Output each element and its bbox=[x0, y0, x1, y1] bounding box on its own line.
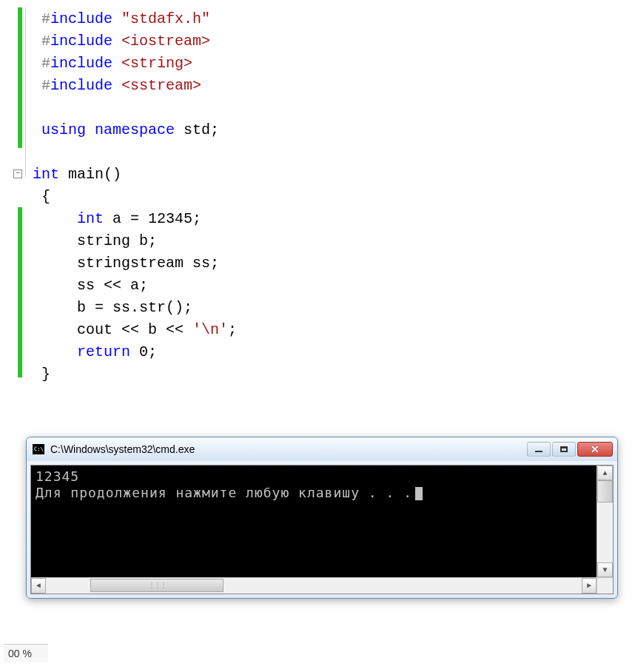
fold-toggle[interactable]: − bbox=[13, 169, 22, 178]
code-line[interactable]: int main() bbox=[28, 166, 121, 183]
string-literal: "stdafx.h" bbox=[112, 10, 210, 27]
preproc-hash: # bbox=[41, 10, 50, 27]
outline-guide bbox=[25, 7, 26, 178]
code-line[interactable] bbox=[28, 99, 50, 116]
code-line[interactable] bbox=[28, 144, 50, 161]
change-marker bbox=[18, 7, 22, 148]
code-line[interactable]: #include "stdafx.h" bbox=[28, 10, 210, 27]
code-line[interactable]: b = ss.str(); bbox=[28, 299, 192, 316]
code-line[interactable]: #include <iostream> bbox=[28, 33, 210, 50]
code-line[interactable]: ss << a; bbox=[28, 277, 148, 294]
change-marker bbox=[18, 207, 22, 377]
code-editor[interactable]: #include "stdafx.h" #include <iostream> … bbox=[0, 0, 635, 400]
code-line[interactable]: return 0; bbox=[28, 343, 157, 360]
code-line[interactable]: stringstream ss; bbox=[28, 255, 219, 272]
code-line[interactable]: { bbox=[28, 188, 50, 205]
code-line[interactable]: cout << b << '\n'; bbox=[28, 321, 237, 338]
code-line[interactable]: using namespace std; bbox=[28, 121, 219, 138]
code-line[interactable]: string b; bbox=[28, 232, 157, 249]
code-line[interactable]: #include <sstream> bbox=[28, 77, 201, 94]
code-line[interactable]: } bbox=[28, 366, 50, 383]
minus-icon: − bbox=[16, 170, 20, 178]
code-line[interactable]: #include <string> bbox=[28, 55, 192, 72]
code-line[interactable]: int a = 12345; bbox=[28, 210, 201, 227]
keyword-include: include bbox=[50, 10, 112, 27]
